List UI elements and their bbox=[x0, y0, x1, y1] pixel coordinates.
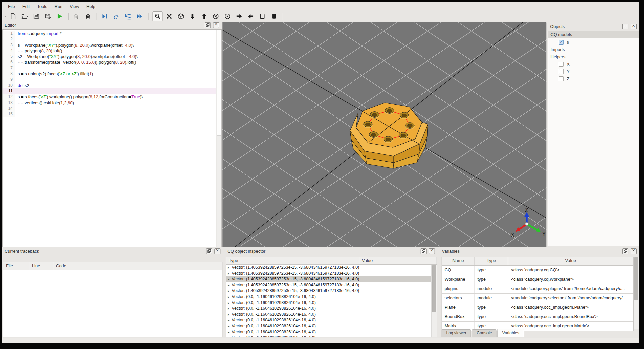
menu-file[interactable]: File bbox=[4, 3, 19, 10]
tab-log-viewer[interactable]: Log viewer bbox=[442, 329, 471, 337]
inspector-row[interactable]: ▸Vector: (0.0, -1.1604610293826104e-16, … bbox=[226, 329, 431, 335]
float-panel-icon[interactable] bbox=[622, 248, 628, 254]
column-header-value[interactable]: Value bbox=[359, 257, 437, 264]
inspector-row[interactable]: ▸Vector: (1.4053924288597253e-15, -3.680… bbox=[226, 265, 431, 271]
variable-row-boundbox[interactable]: BoundBoxtype<class 'cadquery.occ_impl.ge… bbox=[442, 312, 633, 322]
expand-arrow-icon[interactable]: ▸ bbox=[226, 306, 232, 312]
continue-button[interactable] bbox=[136, 13, 143, 20]
close-panel-icon[interactable] bbox=[213, 22, 219, 28]
checkbox-y[interactable] bbox=[559, 69, 564, 74]
variable-row-workplane[interactable]: Workplanetype<class 'cadquery.cq.Workpla… bbox=[442, 275, 633, 284]
code-line-2[interactable]: 2 bbox=[3, 36, 221, 42]
editor-scrollbar-thumb[interactable] bbox=[217, 30, 221, 136]
bottom-view-button[interactable] bbox=[200, 13, 208, 20]
menu-edit[interactable]: Edit bbox=[19, 3, 33, 10]
code-line-11[interactable]: 11 bbox=[3, 88, 221, 94]
code-line-7[interactable]: 7 bbox=[3, 65, 221, 71]
close-panel-icon[interactable] bbox=[429, 248, 435, 254]
expand-arrow-icon[interactable]: ▸ bbox=[226, 294, 232, 300]
expand-arrow-icon[interactable]: ▸ bbox=[226, 282, 232, 288]
tree-item-x[interactable]: X bbox=[548, 60, 639, 68]
expand-arrow-icon[interactable]: ▸ bbox=[226, 329, 232, 335]
expand-arrow-icon[interactable]: ▸ bbox=[226, 265, 232, 271]
column-header-file[interactable]: File bbox=[3, 262, 29, 270]
inspector-row[interactable]: ▸Vector: (0.0, -1.1604610293826104e-16, … bbox=[226, 317, 431, 323]
inspector-row[interactable]: ▸Vector: (1.4053924288597253e-15, -3.680… bbox=[226, 282, 431, 288]
debug-button[interactable] bbox=[101, 13, 108, 20]
menu-run[interactable]: Run bbox=[51, 3, 66, 10]
checkbox-x[interactable] bbox=[559, 62, 564, 67]
tab-variables[interactable]: Variables bbox=[497, 329, 524, 337]
inspector-scrollbar-thumb[interactable] bbox=[432, 265, 436, 312]
save-button[interactable] bbox=[33, 13, 40, 20]
expand-arrow-icon[interactable]: ▸ bbox=[226, 288, 232, 294]
code-line-5[interactable]: 5s2 = Workplane("XY").polygon(8, 20.0).w… bbox=[3, 54, 221, 59]
column-header-value[interactable]: Value bbox=[508, 257, 633, 265]
inspector-row[interactable]: ▸Vector: (0.0, -1.1604610293826104e-16, … bbox=[226, 306, 431, 312]
fit-all-button[interactable] bbox=[165, 13, 173, 20]
float-panel-icon[interactable] bbox=[206, 248, 212, 254]
inspector-row[interactable]: ▸Vector: (1.4053924288597253e-15, -3.680… bbox=[226, 288, 431, 294]
column-header-name[interactable]: Name bbox=[442, 257, 475, 265]
code-line-13[interactable]: 13····.vertices().cskHole(1,2,60) bbox=[3, 100, 221, 106]
code-line-6[interactable]: 6····.transformed(rotate=Vector(0, 0, 15… bbox=[3, 59, 221, 65]
variable-row-plane[interactable]: Planetype<class 'cadquery.occ_impl.geom.… bbox=[442, 303, 633, 312]
close-panel-icon[interactable] bbox=[631, 24, 637, 29]
float-panel-icon[interactable] bbox=[622, 24, 628, 29]
inspector-scrollbar[interactable] bbox=[431, 265, 437, 337]
menu-tools[interactable]: Tools bbox=[33, 3, 51, 10]
front-view-button[interactable] bbox=[212, 13, 219, 20]
menu-view[interactable]: View bbox=[66, 3, 83, 10]
code-line-8[interactable]: 8s = s.union(s2).faces('>Z or <Z').fille… bbox=[3, 71, 221, 77]
expand-arrow-icon[interactable]: ▸ bbox=[226, 335, 232, 337]
float-panel-icon[interactable] bbox=[421, 248, 427, 254]
top-view-button[interactable] bbox=[189, 13, 196, 20]
inspector-row[interactable]: ▸Vector: (0.0, -1.1604610293826104e-16, … bbox=[226, 294, 431, 300]
code-line-14[interactable]: 14 bbox=[3, 106, 221, 111]
toolbar-drag-handle[interactable] bbox=[5, 12, 7, 20]
delete-all-button[interactable] bbox=[84, 13, 92, 20]
step-button[interactable] bbox=[113, 13, 120, 20]
inspector-row[interactable]: ▸Vector: (0.0, -1.1604610293826104e-16, … bbox=[226, 312, 431, 318]
tree-item-y[interactable]: Y bbox=[548, 68, 639, 75]
back-view-button[interactable] bbox=[224, 13, 231, 20]
tab-console[interactable]: Console bbox=[472, 329, 496, 337]
shaded-button[interactable] bbox=[270, 13, 278, 20]
editor-scrollbar[interactable] bbox=[216, 30, 221, 247]
inspector-row[interactable]: ▸Vector: (1.4053924288597253e-15, -3.680… bbox=[226, 276, 431, 282]
expand-arrow-icon[interactable]: ▸ bbox=[226, 271, 232, 277]
delete-button[interactable] bbox=[73, 13, 80, 20]
checkbox-s[interactable] bbox=[559, 40, 564, 45]
expand-arrow-icon[interactable]: ▸ bbox=[226, 276, 232, 282]
column-header-line[interactable]: Line bbox=[29, 262, 53, 270]
inspector-row[interactable]: ▸Vector: (1.4053924288597253e-15, -3.680… bbox=[226, 271, 431, 277]
tree-item-z[interactable]: Z bbox=[548, 75, 639, 82]
column-header-code[interactable]: Code bbox=[53, 262, 222, 270]
code-editor[interactable]: 1from cadquery import *23s = Workplane("… bbox=[2, 29, 222, 247]
variable-row-cq[interactable]: CQtype<class 'cadquery.cq.CQ'> bbox=[442, 266, 633, 275]
wireframe-button[interactable] bbox=[259, 13, 266, 20]
inspector-row[interactable]: ▸Vector: (0.0, -1.1604610293826104e-16, … bbox=[226, 323, 431, 329]
variable-row-plugins[interactable]: pluginsmodule<module 'cadquery.plugins' … bbox=[442, 284, 633, 294]
code-line-10[interactable]: 10del s2 bbox=[3, 83, 221, 88]
open-button[interactable] bbox=[21, 13, 28, 20]
tree-item-s[interactable]: s bbox=[548, 38, 639, 46]
traceback-table-body[interactable] bbox=[3, 270, 222, 337]
variable-row-selectors[interactable]: selectorsmodule<module 'cadquery.selecto… bbox=[442, 294, 633, 303]
code-line-1[interactable]: 1from cadquery import * bbox=[3, 31, 221, 36]
render-button[interactable] bbox=[56, 13, 63, 20]
step-in-button[interactable] bbox=[124, 13, 132, 20]
code-line-4[interactable]: 4····.polygon(8, 20).loft() bbox=[3, 48, 221, 54]
inspector-row[interactable]: ▸Vector: (0.0, -1.1604610293826104e-16, … bbox=[226, 300, 431, 306]
column-header-type[interactable]: Type bbox=[226, 257, 359, 264]
close-panel-icon[interactable] bbox=[631, 248, 637, 254]
expand-arrow-icon[interactable]: ▸ bbox=[226, 300, 232, 306]
iso-view-button[interactable] bbox=[177, 13, 184, 20]
tree-group-imports[interactable]: Imports bbox=[548, 46, 639, 53]
right-view-button[interactable] bbox=[247, 13, 254, 20]
expand-arrow-icon[interactable]: ▸ bbox=[226, 317, 232, 323]
variables-scrollbar-thumb[interactable] bbox=[634, 257, 638, 300]
zoom-toggle-button[interactable] bbox=[153, 11, 162, 21]
tree-group-helpers[interactable]: Helpers bbox=[548, 53, 639, 60]
code-line-3[interactable]: 3s = Workplane("XY").polygon(8, 20.0).wo… bbox=[3, 42, 221, 48]
